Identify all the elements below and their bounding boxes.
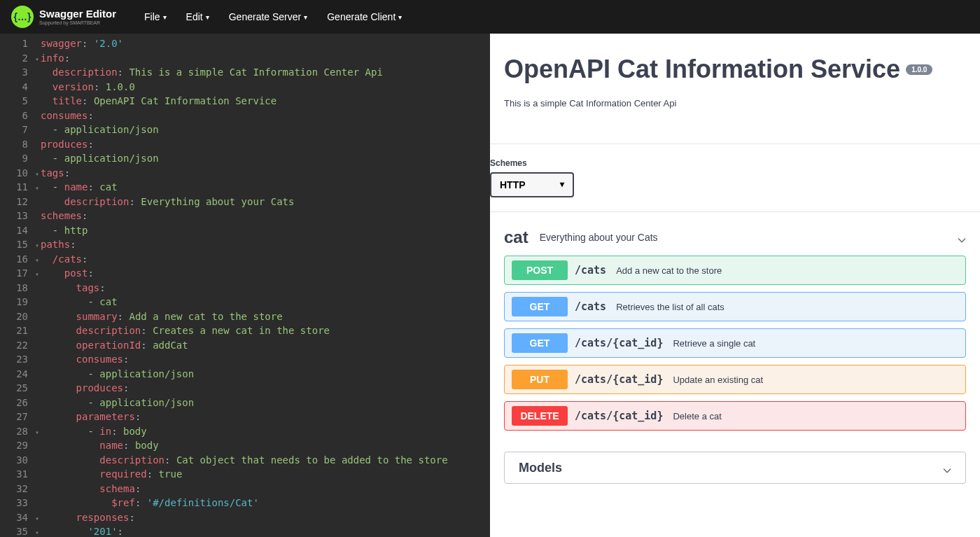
fold-icon[interactable] — [35, 426, 41, 440]
line-number: 19 — [0, 295, 35, 310]
editor-line[interactable]: 31 required: true — [0, 468, 490, 482]
editor-line[interactable]: 11 - name: cat — [0, 181, 490, 195]
line-number: 22 — [0, 339, 35, 354]
operation-path: /cats/{cat_id} — [575, 337, 663, 349]
line-number: 8 — [0, 138, 35, 153]
line-number: 3 — [0, 66, 35, 81]
editor-line[interactable]: 9 - application/json — [0, 152, 490, 167]
editor-line[interactable]: 5 title: OpenAPI Cat Information Service — [0, 95, 490, 109]
editor-line[interactable]: 3 description: This is a simple Cat Info… — [0, 66, 490, 81]
editor-line[interactable]: 24 - application/json — [0, 368, 490, 382]
menu-item-file[interactable]: File — [144, 11, 167, 22]
line-number: 14 — [0, 224, 35, 239]
editor-line[interactable]: 25 produces: — [0, 382, 490, 396]
editor-line[interactable]: 23 consumes: — [0, 353, 490, 368]
editor-line[interactable]: 15paths: — [0, 238, 490, 253]
models-title: Models — [519, 461, 562, 475]
line-number: 2 — [0, 52, 35, 67]
operation-delete-catscatid[interactable]: DELETE/cats/{cat_id}Delete a cat — [504, 401, 966, 431]
line-number: 23 — [0, 353, 35, 368]
editor-line[interactable]: 13schemes: — [0, 209, 490, 224]
editor-line[interactable]: 8produces: — [0, 138, 490, 153]
editor-line[interactable]: 12 description: Everything about your Ca… — [0, 195, 490, 210]
fold-icon[interactable] — [35, 53, 41, 67]
tag-header-cat[interactable]: cat Everything about your Cats ⌵ — [504, 219, 966, 256]
line-number: 17 — [0, 267, 35, 281]
editor-line[interactable]: 34 responses: — [0, 511, 490, 526]
menu-item-generate-server[interactable]: Generate Server — [229, 11, 308, 22]
editor-line[interactable]: 2info: — [0, 52, 490, 67]
version-badge: 1.0.0 — [906, 64, 932, 75]
operation-summary: Delete a cat — [673, 411, 721, 421]
line-number: 27 — [0, 410, 35, 425]
editor-line[interactable]: 22 operationId: addCat — [0, 339, 490, 354]
method-badge: PUT — [512, 370, 568, 389]
line-number: 32 — [0, 482, 35, 497]
menu-item-edit[interactable]: Edit — [186, 11, 209, 22]
line-number: 9 — [0, 152, 35, 167]
yaml-editor[interactable]: 1swagger: '2.0'2info:3 description: This… — [0, 34, 490, 537]
editor-line[interactable]: 27 parameters: — [0, 410, 490, 425]
line-number: 1 — [0, 37, 35, 52]
chevron-down-icon: ⌵ — [943, 459, 951, 476]
operation-put-catscatid[interactable]: PUT/cats/{cat_id}Update an existing cat — [504, 365, 966, 394]
models-section[interactable]: Models ⌵ — [504, 452, 966, 484]
chevron-down-icon: ⌵ — [958, 229, 966, 246]
fold-icon[interactable] — [35, 512, 41, 526]
line-number: 26 — [0, 396, 35, 411]
topbar: {…} Swagger Editor Supported by SMARTBEA… — [0, 0, 980, 34]
fold-icon[interactable] — [35, 268, 41, 281]
editor-line[interactable]: 19 - cat — [0, 295, 490, 310]
editor-line[interactable]: 33 $ref: '#/definitions/Cat' — [0, 496, 490, 511]
editor-line[interactable]: 14 - http — [0, 224, 490, 239]
method-badge: GET — [512, 333, 568, 353]
line-number: 10 — [0, 167, 35, 181]
editor-line[interactable]: 18 tags: — [0, 281, 490, 296]
editor-line[interactable]: 16 /cats: — [0, 253, 490, 267]
line-number: 33 — [0, 496, 35, 511]
editor-line[interactable]: 30 description: Cat object that needs to… — [0, 454, 490, 468]
operation-summary: Retrieve a single cat — [673, 338, 755, 349]
line-number: 18 — [0, 281, 35, 296]
operation-get-cats[interactable]: GET/catsRetrieves the list of all cats — [504, 292, 966, 321]
schemes-select[interactable]: HTTP — [490, 172, 574, 197]
line-number: 20 — [0, 310, 35, 325]
editor-line[interactable]: 6consumes: — [0, 109, 490, 124]
operation-summary: Retrieves the list of all cats — [616, 302, 724, 312]
fold-icon[interactable] — [35, 239, 41, 253]
method-badge: GET — [512, 297, 568, 316]
line-number: 6 — [0, 109, 35, 124]
fold-icon[interactable] — [35, 526, 41, 537]
logo[interactable]: {…} Swagger Editor Supported by SMARTBEA… — [11, 6, 116, 28]
editor-line[interactable]: 32 schema: — [0, 482, 490, 497]
editor-line[interactable]: 4 version: 1.0.0 — [0, 81, 490, 95]
editor-line[interactable]: 29 name: body — [0, 439, 490, 454]
operation-path: /cats/{cat_id} — [575, 410, 663, 422]
line-number: 34 — [0, 511, 35, 526]
editor-line[interactable]: 21 description: Creates a new cat in the… — [0, 324, 490, 339]
method-badge: POST — [512, 260, 568, 280]
editor-line[interactable]: 17 post: — [0, 267, 490, 281]
line-number: 16 — [0, 253, 35, 267]
fold-icon[interactable] — [35, 182, 41, 195]
editor-line[interactable]: 1swagger: '2.0' — [0, 37, 490, 52]
editor-line[interactable]: 28 - in: body — [0, 425, 490, 440]
operation-path: /cats/{cat_id} — [575, 373, 663, 386]
operation-get-catscatid[interactable]: GET/cats/{cat_id}Retrieve a single cat — [504, 328, 966, 358]
editor-line[interactable]: 26 - application/json — [0, 396, 490, 411]
operation-summary: Update an existing cat — [673, 375, 763, 385]
line-number: 25 — [0, 382, 35, 396]
line-number: 35 — [0, 525, 35, 537]
fold-icon[interactable] — [35, 168, 41, 181]
editor-line[interactable]: 10tags: — [0, 167, 490, 181]
menu-item-generate-client[interactable]: Generate Client — [327, 11, 402, 22]
operation-path: /cats — [575, 264, 606, 277]
line-number: 7 — [0, 123, 35, 138]
api-preview-panel: OpenAPI Cat Information Service 1.0.0 Th… — [490, 34, 980, 537]
editor-line[interactable]: 35 '201': — [0, 525, 490, 537]
editor-line[interactable]: 20 summary: Add a new cat to the store — [0, 310, 490, 325]
fold-icon[interactable] — [35, 254, 41, 267]
operation-post-cats[interactable]: POST/catsAdd a new cat to the store — [504, 256, 966, 285]
line-number: 29 — [0, 439, 35, 454]
editor-line[interactable]: 7 - application/json — [0, 123, 490, 138]
